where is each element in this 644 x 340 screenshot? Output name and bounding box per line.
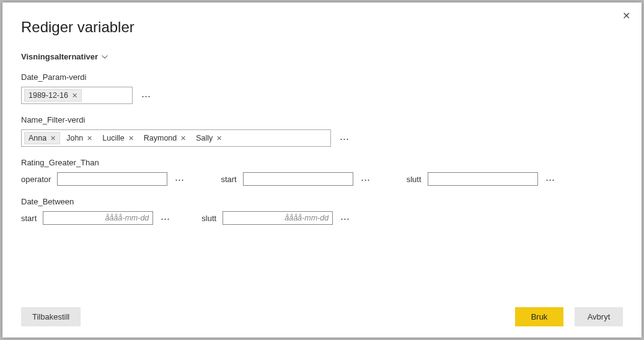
operator-input[interactable] — [57, 172, 167, 186]
more-options-button[interactable]: ⋯ — [339, 214, 351, 223]
more-options-button[interactable]: ⋯ — [140, 91, 152, 100]
operator-label: operator — [21, 175, 51, 184]
name-filter-input[interactable]: Anna ✕ John ✕ Lucille ✕ Raymond ✕ Sally — [21, 129, 331, 147]
chip-remove-icon[interactable]: ✕ — [128, 134, 134, 142]
variable-label: Date_Between — [21, 197, 623, 206]
chip-label: John — [66, 134, 83, 142]
apply-button[interactable]: Bruk — [515, 307, 563, 326]
chip-name[interactable]: Lucille ✕ — [99, 133, 137, 144]
dialog-footer: Tilbakestill Bruk Avbryt — [21, 307, 623, 326]
start-input[interactable] — [243, 172, 353, 186]
slutt-label: slutt — [201, 214, 216, 223]
chip-name[interactable]: Anna ✕ — [24, 132, 60, 144]
display-options-label: Visningsalternativer — [21, 52, 98, 61]
reset-button[interactable]: Tilbakestill — [21, 307, 81, 326]
chip-label: Sally — [196, 134, 213, 142]
chip-remove-icon[interactable]: ✕ — [216, 134, 222, 142]
more-options-button[interactable]: ⋯ — [544, 175, 557, 184]
edit-variables-dialog: ✕ Rediger variabler Visningsalternativer… — [2, 2, 642, 338]
chip-label: Anna — [29, 134, 46, 142]
chip-name[interactable]: Raymond ✕ — [140, 133, 190, 144]
slutt-input[interactable] — [428, 172, 538, 186]
slutt-label: slutt — [407, 175, 421, 184]
chip-name[interactable]: Sally ✕ — [192, 133, 226, 144]
cancel-button[interactable]: Avbryt — [575, 307, 623, 326]
variable-label: Name_Filter-verdi — [21, 115, 623, 124]
start-label: start — [21, 214, 37, 223]
chip-remove-icon[interactable]: ✕ — [180, 134, 186, 142]
variable-date-between: Date_Between start ⋯ slutt ⋯ — [21, 197, 623, 225]
dialog-title: Rediger variabler — [21, 19, 623, 36]
more-options-button[interactable]: ⋯ — [174, 175, 186, 184]
chip-label: Raymond — [144, 134, 177, 142]
variable-rating-greater-than: Rating_Greater_Than operator ⋯ start ⋯ s… — [21, 158, 623, 186]
more-options-button[interactable]: ⋯ — [159, 214, 172, 223]
close-icon: ✕ — [622, 11, 630, 21]
display-options-toggle[interactable]: Visningsalternativer — [21, 52, 623, 61]
close-button[interactable]: ✕ — [620, 9, 633, 24]
variable-date-param: Date_Param-verdi 1989-12-16 ✕ ⋯ — [21, 72, 623, 104]
start-label: start — [221, 175, 236, 184]
variable-name-filter: Name_Filter-verdi Anna ✕ John ✕ Lucille … — [21, 115, 623, 147]
chip-label: 1989-12-16 — [29, 91, 68, 100]
chip-label: Lucille — [102, 134, 124, 142]
chip-date-param[interactable]: 1989-12-16 ✕ — [24, 89, 82, 102]
chip-name[interactable]: John ✕ — [63, 133, 96, 144]
variable-label: Rating_Greater_Than — [21, 158, 623, 167]
date-param-input[interactable]: 1989-12-16 ✕ — [21, 87, 133, 104]
more-options-button[interactable]: ⋯ — [359, 175, 372, 184]
chip-remove-icon[interactable]: ✕ — [50, 134, 56, 142]
chip-remove-icon[interactable]: ✕ — [72, 92, 77, 100]
variable-label: Date_Param-verdi — [21, 72, 623, 82]
date-start-input[interactable] — [43, 211, 153, 225]
more-options-button[interactable]: ⋯ — [338, 134, 351, 143]
date-slutt-input[interactable] — [223, 211, 333, 225]
chip-remove-icon[interactable]: ✕ — [87, 134, 92, 142]
chevron-down-icon — [102, 55, 108, 59]
